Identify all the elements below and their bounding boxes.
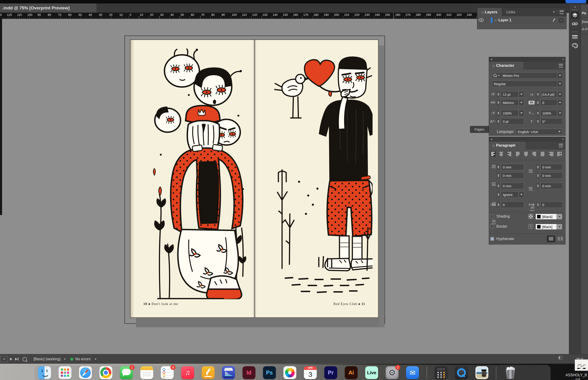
pages-panel-tab[interactable]: Pages xyxy=(470,126,489,133)
same-style-spacing-dropdown[interactable] xyxy=(519,191,524,198)
indesign-dock-icon[interactable]: Id xyxy=(243,366,255,379)
collapse-panels-icon[interactable]: « xyxy=(569,5,581,8)
align-center-button[interactable] xyxy=(499,151,504,157)
horizontal-scale-field[interactable]: 100% xyxy=(536,110,563,116)
align-toward-spine-button[interactable] xyxy=(548,151,553,157)
system-settings-dock-icon[interactable]: ⚙2 xyxy=(386,366,399,379)
align-away-from-spine-button[interactable] xyxy=(557,151,562,157)
launchpad-dock-icon[interactable] xyxy=(59,366,71,379)
left-indent-field[interactable]: 0 mm xyxy=(496,164,524,170)
skew-stepper[interactable] xyxy=(536,118,540,125)
desktop-file-label[interactable]: ASSHOLY_B xyxy=(566,373,588,377)
last-page-button[interactable] xyxy=(15,354,18,364)
font-size-dropdown[interactable] xyxy=(519,91,524,97)
preflight-profile-dropdown[interactable] xyxy=(64,354,66,364)
tracking-dropdown[interactable] xyxy=(557,99,563,106)
panel-menu-icon[interactable] xyxy=(559,144,563,147)
photoshop-dock-icon[interactable]: Ps xyxy=(263,366,276,379)
horizontal-scale-stepper[interactable] xyxy=(536,110,540,116)
justify-last-center-button[interactable] xyxy=(524,151,528,157)
kerning-field[interactable]: Metrics xyxy=(496,99,524,106)
preflight-profile[interactable]: [Basic] (working) xyxy=(34,354,61,364)
language-field[interactable]: English: USA xyxy=(516,129,563,135)
two-column-text-icon[interactable] xyxy=(557,236,563,242)
ableton-live-dock-icon[interactable]: Live xyxy=(365,366,378,379)
right-indent-field[interactable]: 0 mm xyxy=(536,164,563,170)
horizontal-scale-dropdown[interactable] xyxy=(557,110,563,116)
drop-cap-lines-stepper[interactable] xyxy=(496,201,501,208)
leading-field[interactable]: (14,4 pt) xyxy=(536,91,563,97)
page-number-dropdown[interactable] xyxy=(0,354,8,364)
pages-panel-tab-label[interactable]: Pa xyxy=(582,11,586,15)
layers-panel-icon[interactable] xyxy=(571,11,579,19)
chrome-dock-icon[interactable] xyxy=(100,366,112,379)
shading-checkbox[interactable] xyxy=(490,215,494,218)
tracking-stepper[interactable] xyxy=(536,99,540,106)
drop-cap-lines-field[interactable]: 0 xyxy=(496,201,524,208)
layer-row[interactable]: ▷ Layer 1 xyxy=(477,16,567,24)
layer-target-square[interactable] xyxy=(560,19,563,22)
error-status-text[interactable]: No errors xyxy=(75,354,91,364)
dock-grip[interactable] xyxy=(572,9,578,10)
pages-app-dock-icon[interactable] xyxy=(202,366,215,379)
collapse-icon[interactable]: « xyxy=(562,57,563,61)
vertical-scale-dropdown[interactable] xyxy=(519,110,524,116)
font-size-field[interactable]: 12 pt xyxy=(496,91,524,97)
finder-dock-icon[interactable] xyxy=(38,366,51,379)
quicktime-dock-icon[interactable] xyxy=(455,366,468,379)
single-column-text-icon[interactable] xyxy=(547,235,555,242)
font-family-field[interactable]: Minion Pro xyxy=(492,72,563,79)
baseline-shift-stepper[interactable] xyxy=(496,118,501,125)
messages-dock-icon[interactable]: 1 xyxy=(120,366,133,379)
right-indent-stepper[interactable] xyxy=(536,164,540,170)
justify-last-left-button[interactable] xyxy=(515,151,520,157)
page-spread[interactable]: 10 ◆ Don't look at me Red Eyes Club ◆ 11 xyxy=(130,39,379,318)
shading-color-field[interactable]: [Black] xyxy=(535,214,563,220)
jar-image-file-dock-icon[interactable] xyxy=(475,366,488,379)
panel-expand-icon[interactable]: » xyxy=(553,10,554,14)
drop-cap-characters-field[interactable]: 0 xyxy=(536,201,563,208)
baseline-shift-field[interactable]: 0 pt xyxy=(496,118,524,125)
error-status-dropdown[interactable] xyxy=(95,354,97,364)
dock-grip[interactable] xyxy=(572,31,578,32)
next-page-button[interactable] xyxy=(10,354,12,364)
font-style-dropdown[interactable] xyxy=(557,81,563,87)
horizontal-ruler[interactable]: 1301201101009080706050403020100102030405… xyxy=(0,13,477,19)
language-dropdown[interactable] xyxy=(557,129,562,134)
border-color-field[interactable]: [Black] xyxy=(535,224,563,230)
last-line-right-indent-stepper[interactable] xyxy=(536,172,540,179)
font-family-dropdown[interactable] xyxy=(557,73,563,78)
vertical-scale-stepper[interactable] xyxy=(496,110,501,116)
illustrator-dock-icon[interactable]: Ai xyxy=(345,366,358,379)
tab-links[interactable]: Links xyxy=(502,8,520,16)
collapse-icon[interactable]: « xyxy=(562,137,563,141)
space-before-field[interactable]: 0 mm xyxy=(496,183,524,189)
same-style-spacing-field[interactable]: Ignore xyxy=(496,191,524,198)
panel-menu-icon[interactable] xyxy=(559,64,563,67)
justify-last-right-button[interactable] xyxy=(532,151,537,157)
panel-menu-icon[interactable] xyxy=(560,10,564,14)
swatches-panel-icon[interactable] xyxy=(571,42,579,50)
kerning-dropdown[interactable] xyxy=(519,99,524,106)
premiere-pro-dock-icon[interactable]: Pr xyxy=(324,366,337,379)
tracking-field[interactable]: 0 xyxy=(536,99,563,106)
safari-dock-icon[interactable] xyxy=(79,366,92,379)
reminders-dock-icon[interactable]: 9 xyxy=(161,366,174,379)
leading-stepper[interactable] xyxy=(536,91,540,97)
font-size-stepper[interactable] xyxy=(496,91,501,97)
layer-name[interactable]: Layer 1 xyxy=(498,18,511,22)
close-icon[interactable]: × xyxy=(491,57,493,61)
font-style-field[interactable]: Regular xyxy=(492,80,563,87)
same-style-spacing-stepper[interactable] xyxy=(496,191,501,198)
stroke-panel-icon[interactable] xyxy=(571,34,579,41)
document-title-tab[interactable]: .indd @ 75% [Overprint Preview] xyxy=(0,3,97,13)
align-right-button[interactable] xyxy=(507,151,512,157)
space-after-stepper[interactable] xyxy=(536,183,540,189)
skew-field[interactable]: 0° xyxy=(536,118,563,125)
align-left-button[interactable] xyxy=(490,151,495,157)
preflight-icon[interactable] xyxy=(22,354,27,364)
master-page-none[interactable]: [Non xyxy=(582,20,588,24)
tab-layers[interactable]: ◇ Layers xyxy=(477,8,502,16)
tab-paragraph[interactable]: ◇Paragraph xyxy=(489,142,526,149)
vertical-scale-field[interactable]: 100% xyxy=(496,110,524,116)
